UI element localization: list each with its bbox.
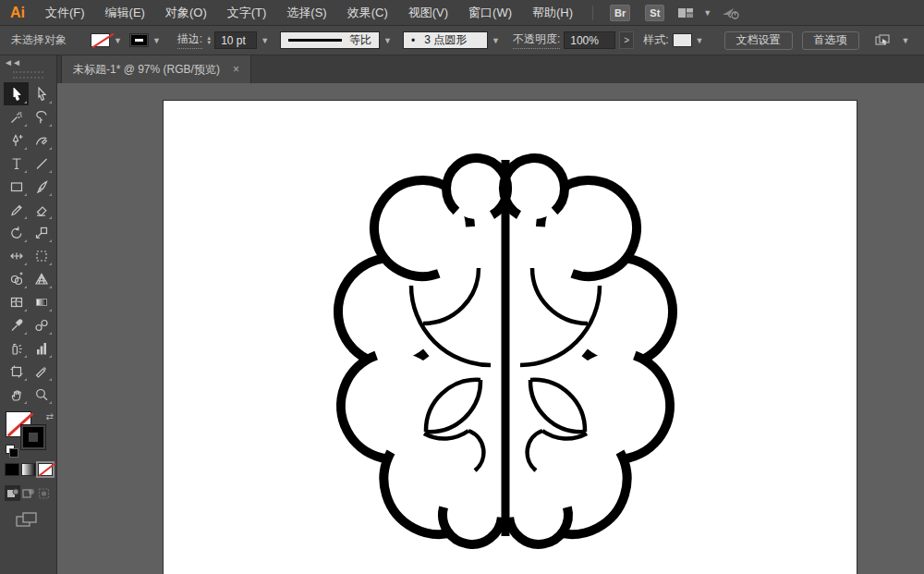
opacity-label[interactable]: 不透明度:	[513, 31, 560, 49]
cs-live-icon[interactable]	[721, 6, 741, 20]
tool-eraser[interactable]	[29, 198, 54, 221]
tool-symbol-sprayer[interactable]	[4, 336, 29, 360]
chevron-down-icon[interactable]: ▼	[699, 8, 715, 18]
artboard[interactable]	[163, 100, 857, 574]
style-combo[interactable]: ▼	[673, 33, 708, 47]
tool-eyedropper[interactable]	[4, 313, 29, 336]
width-profile-select[interactable]: 等比	[280, 31, 380, 49]
chevron-down-icon[interactable]: ▼	[380, 36, 395, 45]
chevron-down-icon[interactable]: ▼	[257, 36, 273, 45]
tools-panel: ◄◄ ⇄	[0, 55, 57, 574]
style-swatch[interactable]	[673, 33, 692, 47]
document-tab[interactable]: 未标题-1* @ 97% (RGB/预览) ×	[61, 55, 251, 83]
menu-item-0[interactable]: 文件(F)	[35, 0, 95, 26]
default-fill-stroke-icon[interactable]	[6, 445, 15, 454]
tool-paintbrush[interactable]	[29, 175, 54, 198]
tool-blend[interactable]	[29, 313, 54, 336]
menu-item-3[interactable]: 文字(T)	[217, 0, 277, 26]
tool-lasso[interactable]	[29, 105, 54, 128]
tool-slice[interactable]	[29, 360, 54, 383]
tool-selection[interactable]	[4, 82, 29, 105]
opacity-expand-button[interactable]: >	[619, 31, 634, 49]
menu-item-1[interactable]: 编辑(E)	[95, 0, 155, 26]
stroke-weight-stepper[interactable]: ▲▼	[206, 36, 212, 45]
tool-magic-wand[interactable]	[4, 105, 29, 128]
color-button[interactable]	[5, 463, 19, 476]
menu-item-5[interactable]: 效果(C)	[337, 0, 398, 26]
swap-fill-stroke-icon[interactable]: ⇄	[46, 411, 54, 421]
chevron-down-icon[interactable]: ▼	[149, 36, 164, 45]
draw-behind-button[interactable]	[20, 485, 36, 501]
tool-hand[interactable]	[4, 383, 29, 406]
tool-width[interactable]	[4, 244, 29, 267]
rotate-icon	[9, 226, 24, 240]
stroke-weight-label[interactable]: 描边:	[177, 31, 202, 49]
screen-mode-button[interactable]	[15, 510, 56, 532]
tool-free-transform[interactable]	[29, 244, 54, 267]
tool-zoom[interactable]	[29, 383, 54, 406]
tool-shape-builder[interactable]	[4, 267, 29, 290]
rectangle-icon	[9, 179, 24, 194]
chevron-down-icon[interactable]: ▼	[488, 36, 504, 45]
menu-item-6[interactable]: 视图(V)	[398, 0, 458, 26]
document-setup-button[interactable]: 文档设置	[724, 31, 793, 50]
opacity-value[interactable]: 100%	[564, 31, 615, 49]
draw-normal-icon	[6, 486, 20, 501]
panel-grip[interactable]	[13, 71, 43, 79]
stroke-weight-value[interactable]: 10 pt	[214, 31, 257, 49]
perspective-grid-icon	[34, 272, 49, 287]
workspace-switcher-icon[interactable]	[677, 6, 694, 19]
line-segment-icon	[34, 156, 49, 171]
tool-mesh[interactable]	[4, 290, 29, 313]
drawing-mode-buttons	[5, 485, 56, 501]
tool-pen[interactable]	[4, 128, 29, 152]
tool-line-segment[interactable]	[29, 152, 54, 175]
tool-column-graph[interactable]	[29, 336, 54, 360]
style-label: 样式:	[643, 32, 668, 49]
menu-item-8[interactable]: 帮助(H)	[522, 0, 583, 26]
draw-inside-icon	[37, 486, 52, 501]
stock-button[interactable]: St	[645, 5, 664, 21]
chevron-down-icon[interactable]: ▼	[692, 36, 708, 45]
fill-none-swatch[interactable]	[91, 33, 110, 47]
magic-wand-icon	[9, 110, 24, 125]
stroke-color-combo[interactable]: ▼	[129, 33, 164, 47]
paintbrush-icon	[34, 179, 49, 194]
tool-pencil[interactable]	[4, 198, 29, 221]
tool-rectangle[interactable]	[4, 175, 29, 198]
menu-item-2[interactable]: 对象(O)	[155, 0, 217, 26]
stroke-profile-preview	[288, 39, 342, 42]
brush-definition-select[interactable]: • 3 点圆形	[403, 31, 488, 49]
fill-stroke-cluster: ⇄	[6, 411, 55, 454]
tool-rotate[interactable]	[4, 221, 29, 244]
type-icon	[9, 156, 24, 171]
control-panel-icon[interactable]	[874, 33, 893, 48]
stroke-swatch-black[interactable]	[20, 424, 46, 450]
tool-type[interactable]	[4, 152, 29, 175]
tool-artboard[interactable]	[4, 360, 29, 383]
tool-direct-selection[interactable]	[29, 82, 54, 105]
tool-gradient[interactable]	[29, 290, 54, 313]
tab-close-icon[interactable]: ×	[233, 63, 239, 76]
eyedropper-icon	[9, 318, 24, 333]
preferences-button[interactable]: 首选项	[802, 31, 859, 50]
draw-behind-icon	[21, 486, 36, 501]
mesh-icon	[9, 295, 24, 310]
bridge-button[interactable]: Br	[610, 5, 630, 21]
tool-curvature-pen[interactable]	[29, 128, 54, 152]
menu-item-4[interactable]: 选择(S)	[276, 0, 336, 26]
chevron-down-icon[interactable]: ▼	[898, 36, 914, 45]
gradient-button[interactable]	[21, 463, 36, 476]
fill-color-combo[interactable]: ▼	[91, 33, 126, 47]
tool-perspective-grid[interactable]	[29, 267, 54, 290]
stroke-black-swatch[interactable]	[129, 33, 149, 47]
panel-collapse-icon[interactable]: ◄◄	[0, 55, 56, 69]
chevron-down-icon[interactable]: ▼	[110, 36, 126, 45]
none-button[interactable]	[38, 463, 53, 476]
pasteboard[interactable]	[57, 83, 924, 574]
draw-inside-button[interactable]	[36, 485, 52, 501]
menu-item-7[interactable]: 窗口(W)	[458, 0, 522, 26]
draw-normal-button[interactable]	[5, 485, 20, 501]
tool-scale[interactable]	[29, 221, 54, 244]
artboard-icon	[9, 364, 24, 379]
